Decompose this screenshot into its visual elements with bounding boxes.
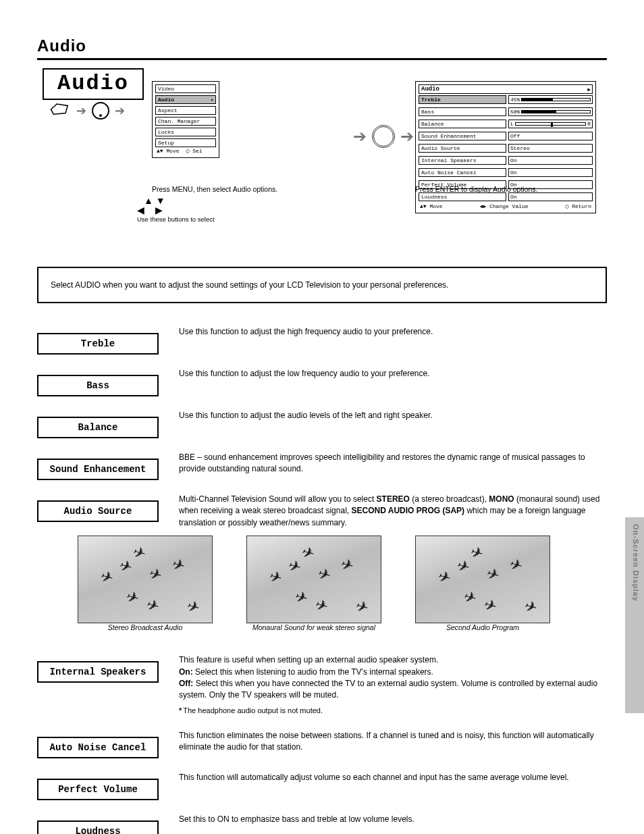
- main-menu-item: Setup: [155, 138, 216, 147]
- desc-sound-enhancement: BBE – sound enhancement improves speech …: [179, 442, 607, 475]
- enter-button-icon: [372, 125, 395, 148]
- arrow-icon: ➔: [76, 103, 86, 118]
- caption-stereo: Stereo Broadcast Audio: [78, 623, 213, 631]
- audio-menu-label: Audio Source: [419, 144, 506, 153]
- cursor-arrows-hint: ▲ ▼ ◀ ▶ Use these buttons to select: [137, 196, 215, 223]
- thumbnail-mono: ✈✈✈✈✈✈✈✈: [246, 536, 381, 623]
- step1-text: Press MENU, then select Audio options.: [152, 184, 341, 194]
- main-menu-item: Locks: [155, 128, 216, 136]
- main-menu-item: Aspect: [155, 106, 216, 115]
- heading-perfect-volume: Perfect Volume: [37, 779, 159, 800]
- desc-bass: Use this function to adjust the low freq…: [179, 359, 607, 380]
- heading-loudness: Loudness: [37, 820, 159, 834]
- desc-auto-noise-cancel: This function eliminates the noise betwe…: [179, 721, 607, 754]
- audio-menu-value: On: [508, 156, 593, 165]
- step2-text: Press ENTER to display Audio options.: [415, 184, 618, 194]
- audio-foot-change: ◀▶ Change Value: [480, 203, 529, 209]
- heading-internal-speakers: Internal Speakers: [37, 661, 159, 683]
- audio-menu-label: Balance: [419, 120, 506, 128]
- osd-foot-sel: ◯ Sel: [186, 148, 203, 154]
- heading-balance: Balance: [37, 417, 159, 438]
- heading-sound-enhancement: Sound Enhancement: [37, 459, 159, 480]
- side-tab: On-Screen Display: [625, 517, 644, 713]
- heading-bass: Bass: [37, 375, 159, 396]
- desc-audio-source: Multi-Channel Television Sound will allo…: [179, 484, 607, 529]
- arrow-icon: ➔: [353, 127, 367, 146]
- thumbnail-sap: ✈✈✈✈✈✈✈✈: [415, 536, 550, 623]
- audio-menu-value: 50%: [508, 107, 593, 116]
- osd-main-menu: VideoAudioAspectChan. ManagerLocksSetup …: [152, 81, 219, 158]
- heading-treble: Treble: [37, 333, 159, 355]
- desc-internal-speakers: This feature is useful when setting up a…: [179, 645, 607, 716]
- audio-menu-label: Treble: [419, 95, 506, 104]
- osd-foot-move: ▲▼ Move: [157, 148, 180, 154]
- audio-menu-value: Stereo: [508, 144, 593, 153]
- audio-menu-value: 45%: [508, 95, 593, 104]
- audio-foot-return: ◯ Return: [566, 203, 591, 209]
- remote-menu-icon: [49, 101, 71, 120]
- desc-perfect-volume: This function will automatically adjust …: [179, 762, 607, 783]
- thumbnail-stereo: ✈✈✈✈✈✈✈✈: [78, 536, 213, 623]
- intro-banner: Select AUDIO when you want to adjust the…: [37, 267, 607, 303]
- desc-treble: Use this function to adjust the high fre…: [179, 317, 607, 338]
- page-title: Audio: [37, 36, 607, 55]
- osd-audio-title: Audio▶: [419, 84, 593, 94]
- main-menu-item: Video: [155, 84, 216, 93]
- cursor-button-icon: [92, 102, 109, 120]
- caption-mono: Monaural Sound for weak stereo signal: [246, 623, 381, 631]
- section-title-box: Audio: [43, 68, 144, 100]
- audio-menu-label: Auto Noise Cancel: [419, 168, 506, 177]
- heading-auto-noise-cancel: Auto Noise Cancel: [37, 737, 159, 758]
- main-menu-item: Audio: [155, 95, 216, 104]
- audio-menu-label: Internal Speakers: [419, 156, 506, 165]
- audio-menu-label: Bass: [419, 107, 506, 116]
- heading-audio-source: Audio Source: [37, 500, 159, 522]
- audio-menu-value: LR: [508, 120, 593, 128]
- desc-loudness: Set this to ON to emphasize bass and tre…: [179, 804, 607, 825]
- audio-menu-label: Sound Enhancement: [419, 132, 506, 140]
- desc-balance: Use this function to adjust the audio le…: [179, 400, 607, 421]
- audio-menu-value: On: [508, 168, 593, 177]
- arrow-icon: ➔: [400, 127, 414, 146]
- audio-menu-value: Off: [508, 132, 593, 140]
- arrow-icon: ➔: [115, 103, 125, 118]
- audio-foot-move: ▲▼ Move: [420, 203, 443, 209]
- main-menu-item: Chan. Manager: [155, 117, 216, 126]
- caption-sap: Second Audio Program: [415, 623, 550, 631]
